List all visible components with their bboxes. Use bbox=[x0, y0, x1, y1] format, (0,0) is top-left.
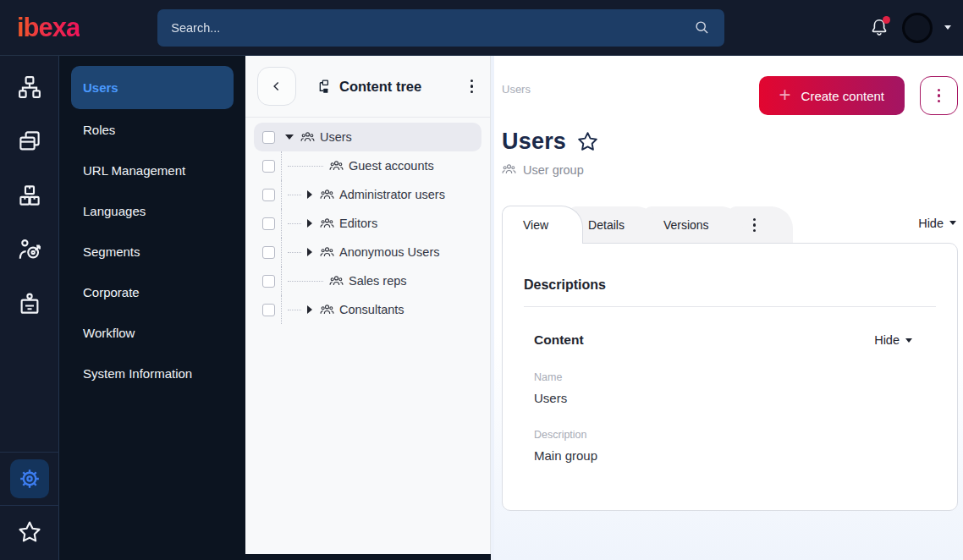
admin-badge-button[interactable] bbox=[12, 286, 47, 321]
rail-divider bbox=[0, 452, 59, 453]
search-input[interactable] bbox=[171, 21, 693, 35]
ibexa-logo[interactable]: ibexa bbox=[17, 13, 80, 43]
pages-icon bbox=[20, 132, 38, 149]
products-button[interactable] bbox=[12, 178, 47, 213]
sidebar-item-workflow[interactable]: Workflow bbox=[71, 313, 234, 353]
user-group-icon bbox=[320, 217, 334, 231]
sidebar-item-segments[interactable]: Segments bbox=[71, 232, 234, 272]
star-icon bbox=[19, 523, 39, 541]
tree-row-checkbox[interactable] bbox=[262, 217, 275, 230]
search-icon[interactable] bbox=[693, 19, 711, 36]
chevron-left-icon bbox=[274, 82, 278, 90]
tree-guide-line bbox=[281, 180, 282, 209]
plus-icon: + bbox=[779, 85, 791, 105]
user-avatar[interactable] bbox=[902, 13, 933, 43]
collapse-tree-button[interactable] bbox=[257, 67, 296, 106]
field-label: Description bbox=[534, 429, 926, 441]
tree-guide-line bbox=[288, 281, 323, 282]
hide-section-toggle[interactable]: Hide bbox=[874, 333, 912, 347]
expand-caret-icon[interactable] bbox=[307, 190, 312, 199]
content-tree-panel: Content tree Users bbox=[245, 56, 491, 554]
tree-row-checkbox[interactable] bbox=[262, 131, 275, 144]
expand-caret-icon[interactable] bbox=[307, 248, 312, 256]
tree-row-checkbox[interactable] bbox=[262, 160, 275, 173]
tree-row-label: Sales reps bbox=[349, 274, 407, 288]
user-group-icon bbox=[320, 245, 334, 260]
content-type-label: User group bbox=[523, 163, 584, 177]
content-section-header: Content Hide bbox=[534, 332, 926, 348]
page-options-button[interactable] bbox=[920, 76, 958, 115]
tree-row-checkbox[interactable] bbox=[262, 275, 275, 288]
tree-row-sales-reps[interactable]: Sales reps bbox=[254, 266, 482, 295]
user-group-icon bbox=[320, 303, 334, 317]
personalization-button[interactable] bbox=[12, 232, 47, 267]
tree-row-guest-accounts[interactable]: Guest accounts bbox=[254, 151, 482, 180]
sidebar-item-roles[interactable]: Roles bbox=[71, 110, 234, 150]
tree-row-administrator-users[interactable]: Administrator users bbox=[254, 180, 482, 209]
tree-row-label: Anonymous Users bbox=[339, 245, 439, 259]
tree-guide-line bbox=[281, 209, 282, 238]
field-value: Users bbox=[534, 391, 926, 405]
collapse-caret-icon[interactable] bbox=[285, 135, 294, 140]
sitemap-icon bbox=[19, 77, 40, 97]
kebab-menu-icon bbox=[753, 218, 757, 233]
tree-row-label: Users bbox=[320, 130, 352, 144]
content-type-row: User group bbox=[502, 162, 958, 177]
content-tree-list: Users Guest accounts bbox=[245, 118, 490, 329]
tree-guide-line bbox=[288, 252, 301, 253]
expand-caret-icon[interactable] bbox=[307, 219, 312, 228]
description-field: Description Main group bbox=[534, 429, 926, 463]
tree-guide-line bbox=[281, 295, 282, 324]
sidebar-item-users[interactable]: Users bbox=[71, 66, 234, 109]
tree-row-checkbox[interactable] bbox=[262, 246, 275, 259]
title-row: Users bbox=[502, 129, 958, 155]
tree-guide-line bbox=[281, 266, 282, 295]
bookmarks-button[interactable] bbox=[12, 514, 47, 550]
settings-button[interactable] bbox=[10, 459, 49, 498]
view-tab-card: Descriptions Content Hide Name Users bbox=[502, 243, 958, 511]
create-content-button[interactable]: + Create content bbox=[759, 76, 905, 115]
sidebar-item-languages[interactable]: Languages bbox=[71, 191, 234, 231]
tab-view[interactable]: View bbox=[502, 206, 583, 244]
hide-all-toggle[interactable]: Hide bbox=[918, 217, 956, 230]
tree-guide-line bbox=[288, 166, 323, 167]
topbar-actions bbox=[868, 13, 951, 43]
tree-row-label: Guest accounts bbox=[349, 159, 434, 173]
user-menu-caret-icon[interactable] bbox=[944, 25, 951, 30]
caret-down-icon bbox=[905, 338, 912, 343]
tree-guide-line bbox=[288, 195, 301, 195]
content-structure-button[interactable] bbox=[12, 69, 47, 105]
tree-row-anonymous-users[interactable]: Anonymous Users bbox=[254, 238, 482, 266]
global-search bbox=[157, 9, 724, 47]
user-group-icon bbox=[320, 188, 334, 202]
name-field: Name Users bbox=[534, 371, 926, 405]
tree-row-label: Editors bbox=[339, 217, 377, 230]
content-section: Content Hide Name Users Description Main… bbox=[524, 307, 936, 463]
pages-button[interactable] bbox=[12, 124, 47, 159]
content-tree-header: Content tree bbox=[245, 56, 490, 117]
tree-guide-line bbox=[281, 238, 282, 266]
breadcrumb[interactable]: Users bbox=[502, 83, 531, 96]
content-tree-column: Content tree Users bbox=[245, 56, 491, 560]
content-section-title: Content bbox=[534, 332, 584, 348]
expand-caret-icon[interactable] bbox=[307, 305, 312, 314]
user-group-icon bbox=[329, 274, 344, 288]
tree-row-editors[interactable]: Editors bbox=[254, 209, 482, 238]
tree-row-checkbox[interactable] bbox=[262, 189, 275, 201]
tree-row-users[interactable]: Users bbox=[254, 123, 482, 151]
notifications-button[interactable] bbox=[868, 17, 890, 39]
sidebar-item-url-management[interactable]: URL Management bbox=[71, 151, 234, 190]
main-content: Users + Create content Users bbox=[494, 56, 963, 560]
tree-row-consultants[interactable]: Consultants bbox=[254, 295, 482, 324]
page-header: Users + Create content bbox=[502, 76, 958, 115]
tree-row-label: Administrator users bbox=[339, 188, 445, 201]
notification-dot bbox=[883, 16, 890, 24]
personalization-icon bbox=[19, 240, 39, 259]
bookmark-star-icon[interactable] bbox=[576, 130, 599, 153]
icon-rail bbox=[0, 56, 59, 560]
create-content-label: Create content bbox=[801, 89, 884, 103]
tree-options-button[interactable] bbox=[465, 74, 479, 99]
sidebar-item-system-information[interactable]: System Information bbox=[71, 354, 234, 393]
sidebar-item-corporate[interactable]: Corporate bbox=[71, 272, 234, 312]
tree-row-checkbox[interactable] bbox=[262, 304, 275, 316]
